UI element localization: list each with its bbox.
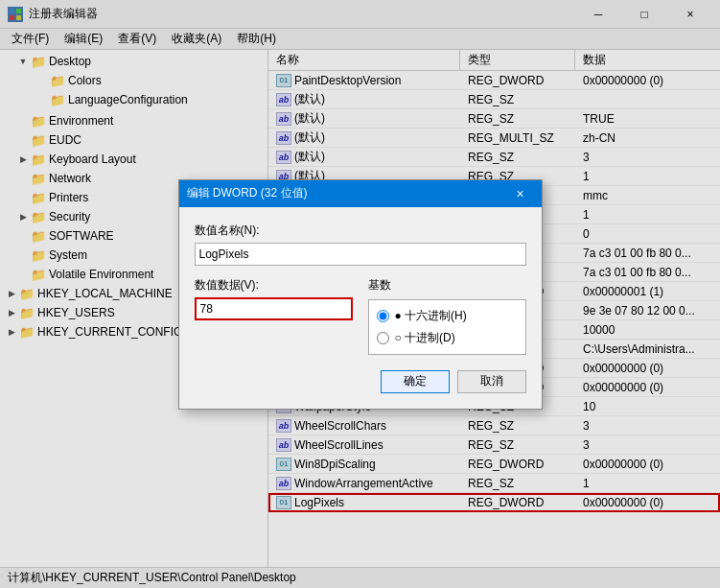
cancel-button[interactable]: 取消 bbox=[457, 370, 526, 393]
name-input[interactable] bbox=[195, 243, 526, 266]
base-title: 基数 bbox=[368, 277, 526, 294]
name-label: 数值名称(N): bbox=[195, 223, 526, 239]
ok-button[interactable]: 确定 bbox=[381, 370, 450, 393]
edit-dword-dialog: 编辑 DWORD (32 位值) × 数值名称(N): 数值数据(V): 基数 … bbox=[178, 179, 543, 410]
value-input[interactable] bbox=[195, 297, 353, 320]
modal-close-button[interactable]: × bbox=[507, 180, 534, 207]
modal-body: 数值名称(N): 数值数据(V): 基数 ● 十六进制(H) bbox=[179, 207, 542, 409]
radio-dec-input[interactable] bbox=[377, 332, 389, 344]
radio-hex-label: ● 十六进制(H) bbox=[395, 308, 467, 324]
radio-dec-label: ○ 十进制(D) bbox=[395, 330, 455, 346]
radio-group: ● 十六进制(H) ○ 十进制(D) bbox=[368, 299, 526, 355]
radio-dec[interactable]: ○ 十进制(D) bbox=[377, 330, 518, 346]
modal-buttons: 确定 取消 bbox=[195, 370, 526, 393]
value-base-row: 数值数据(V): 基数 ● 十六进制(H) ○ 十进制(D) bbox=[195, 277, 526, 355]
modal-title: 编辑 DWORD (32 位值) bbox=[187, 185, 507, 201]
modal-overlay: 编辑 DWORD (32 位值) × 数值名称(N): 数值数据(V): 基数 … bbox=[0, 0, 720, 588]
value-section: 数值数据(V): bbox=[195, 277, 353, 355]
radio-hex-input[interactable] bbox=[377, 310, 389, 322]
radio-hex[interactable]: ● 十六进制(H) bbox=[377, 308, 518, 324]
value-label: 数值数据(V): bbox=[195, 277, 353, 294]
modal-title-bar: 编辑 DWORD (32 位值) × bbox=[179, 180, 542, 207]
base-section: 基数 ● 十六进制(H) ○ 十进制(D) bbox=[368, 277, 526, 355]
